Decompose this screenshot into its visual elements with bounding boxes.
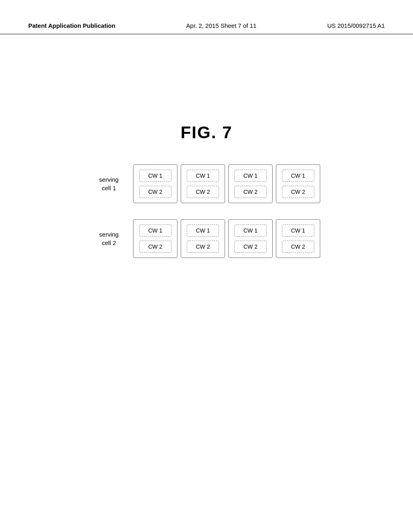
cell1-box2-cw1: CW 1 bbox=[187, 170, 219, 182]
header-left-text: Patent Application Publication bbox=[28, 22, 115, 29]
cell1-box2-cw2: CW 2 bbox=[187, 186, 219, 198]
cell2-box1-cw2: CW 2 bbox=[139, 241, 171, 253]
cell1-box4-cw1: CW 1 bbox=[282, 170, 314, 182]
cell1-box1-cw2: CW 2 bbox=[139, 186, 171, 198]
cell2-box3-cw2: CW 2 bbox=[234, 241, 267, 253]
cell1-box4-cw2: CW 2 bbox=[282, 186, 314, 198]
header-right-text: US 2015/0092715 A1 bbox=[327, 22, 385, 29]
serving-cell-2-label: serving cell 2 bbox=[93, 230, 125, 247]
cell1-box-4: CW 1 CW 2 bbox=[276, 164, 320, 203]
cell1-box3-cw2: CW 2 bbox=[234, 186, 267, 198]
cell2-box-4: CW 1 CW 2 bbox=[276, 219, 320, 258]
cell2-box-1: CW 1 CW 2 bbox=[133, 219, 177, 258]
diagram-area: serving cell 1 CW 1 CW 2 CW 1 CW 2 CW 1 … bbox=[0, 164, 413, 258]
figure-title: FIG. 7 bbox=[0, 123, 413, 142]
cell2-box2-cw2: CW 2 bbox=[187, 241, 219, 253]
header-center-text: Apr. 2, 2015 Sheet 7 of 11 bbox=[186, 22, 257, 29]
cell2-boxes-row: CW 1 CW 2 CW 1 CW 2 CW 1 CW 2 CW 1 CW 2 bbox=[133, 219, 320, 258]
serving-cell-1-label: serving cell 1 bbox=[93, 175, 125, 192]
cell1-boxes-row: CW 1 CW 2 CW 1 CW 2 CW 1 CW 2 CW 1 CW 2 bbox=[133, 164, 320, 203]
cell1-box-3: CW 1 CW 2 bbox=[228, 164, 273, 203]
cell1-box1-cw1: CW 1 bbox=[139, 170, 171, 182]
cell2-box1-cw1: CW 1 bbox=[139, 224, 171, 237]
cell1-box-1: CW 1 CW 2 bbox=[133, 164, 177, 203]
cell2-box3-cw1: CW 1 bbox=[234, 224, 267, 237]
cell2-box4-cw1: CW 1 bbox=[282, 224, 314, 237]
cell2-box2-cw1: CW 1 bbox=[187, 224, 219, 237]
cell2-box4-cw2: CW 2 bbox=[282, 241, 314, 253]
row-group-cell2: serving cell 2 CW 1 CW 2 CW 1 CW 2 CW 1 … bbox=[93, 219, 320, 258]
cell2-box-2: CW 1 CW 2 bbox=[181, 219, 225, 258]
cell2-box-3: CW 1 CW 2 bbox=[228, 219, 273, 258]
page-header: Patent Application Publication Apr. 2, 2… bbox=[0, 0, 413, 34]
row-group-cell1: serving cell 1 CW 1 CW 2 CW 1 CW 2 CW 1 … bbox=[93, 164, 320, 203]
cell1-box3-cw1: CW 1 bbox=[234, 170, 267, 182]
cell1-box-2: CW 1 CW 2 bbox=[181, 164, 225, 203]
